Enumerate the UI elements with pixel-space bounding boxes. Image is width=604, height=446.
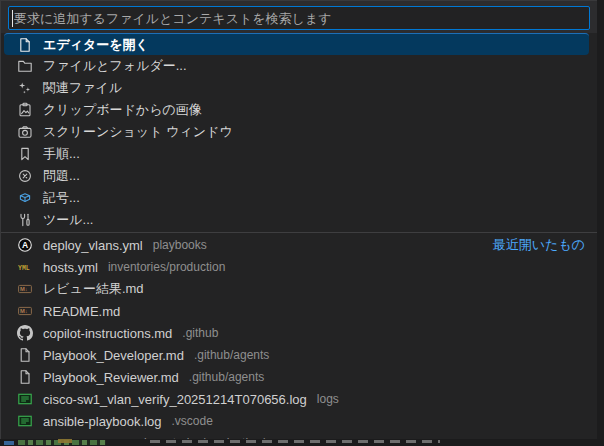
recent-file-item[interactable]: copilot-instructions.md.github — [1, 322, 597, 344]
markdown-icon: M↓ — [17, 281, 33, 297]
camera-icon — [17, 124, 33, 140]
command-label: 問題... — [43, 167, 80, 185]
command-item[interactable]: エディターを開く — [4, 33, 589, 55]
command-label: 記号... — [43, 189, 80, 207]
file-path: inventories/production — [108, 260, 225, 274]
command-label: スクリーンショット ウィンドウ — [43, 123, 233, 141]
background-text-fragment — [58, 439, 72, 443]
command-label: ツール... — [43, 211, 93, 229]
recent-file-item[interactable]: M↓レビュー結果.md — [1, 278, 597, 300]
file-name: Playbook_Developer.md — [43, 348, 184, 363]
command-label: エディターを開く — [43, 36, 149, 54]
log-icon — [17, 391, 33, 407]
svg-text:M↓: M↓ — [20, 286, 28, 292]
command-item[interactable]: 記号... — [1, 187, 597, 209]
file-name: Playbook_Reviewer.md — [43, 370, 179, 385]
recent-file-item[interactable]: cisco-sw1_vlan_verify_20251214T070656.lo… — [1, 388, 597, 410]
command-item[interactable]: スクリーンショット ウィンドウ — [1, 121, 597, 143]
search-box — [1, 1, 597, 33]
recent-file-item[interactable]: M↓README.md — [1, 300, 597, 322]
recent-file-item[interactable]: Adeploy_vlans.ymlplaybooks最近開いたもの — [1, 234, 597, 256]
github-icon — [17, 325, 33, 341]
search-input[interactable] — [8, 6, 590, 30]
command-label: ファイルとフォルダー... — [43, 57, 187, 75]
recent-file-item[interactable]: Playbook_Developer.md.github/agents — [1, 344, 597, 366]
command-item[interactable]: ファイルとフォルダー... — [1, 55, 597, 77]
ansible-icon: A — [17, 237, 33, 253]
recent-files-list: Adeploy_vlans.ymlplaybooks最近開いたものYMLhost… — [1, 234, 597, 439]
recent-file-item[interactable]: YMLhosts.ymlinventories/production — [1, 256, 597, 278]
background-text-fragment — [4, 441, 14, 445]
command-item[interactable]: クリップボードからの画像 — [1, 99, 597, 121]
log-icon — [17, 413, 33, 429]
quick-pick-widget: エディターを開くファイルとフォルダー...関連ファイルクリップボードからの画像ス… — [0, 0, 597, 439]
sparkle-icon — [17, 80, 33, 96]
bookmark-icon — [17, 146, 33, 162]
command-item[interactable]: 問題... — [1, 165, 597, 187]
command-label: クリップボードからの画像 — [43, 101, 202, 119]
file-icon — [17, 369, 33, 385]
file-path: playbooks — [153, 238, 207, 252]
command-item[interactable]: 関連ファイル — [1, 77, 597, 99]
issue-icon — [17, 168, 33, 184]
file-name: deploy_vlans.yml — [43, 238, 143, 253]
file-path: .github/agents — [189, 370, 264, 384]
recent-file-item[interactable]: YMLcisco_iosxe.ymlinventories/production… — [1, 432, 597, 439]
recent-file-item[interactable]: Playbook_Reviewer.md.github/agents — [1, 366, 597, 388]
recent-file-item[interactable]: ansible-playbook.log.vscode — [1, 410, 597, 432]
command-list: エディターを開くファイルとフォルダー...関連ファイルクリップボードからの画像ス… — [1, 33, 597, 231]
recent-separator-label: 最近開いたもの — [493, 236, 585, 254]
symbol-box-icon — [17, 190, 33, 206]
background-text-fragment — [150, 440, 440, 443]
command-label: 関連ファイル — [43, 79, 122, 97]
text-caret — [12, 10, 13, 27]
clipboard-image-icon — [17, 102, 33, 118]
file-name: cisco-sw1_vlan_verify_20251214T070656.lo… — [43, 392, 307, 407]
file-path: .vscode — [172, 414, 213, 428]
command-item[interactable]: 手順... — [1, 143, 597, 165]
file-name: hosts.yml — [43, 260, 98, 275]
svg-text:YML: YML — [18, 265, 30, 272]
file-name: レビュー結果.md — [43, 280, 144, 298]
folder-icon — [17, 58, 33, 74]
group-separator — [1, 232, 597, 233]
file-path: logs — [317, 392, 339, 406]
file-path: .github/agents — [194, 348, 269, 362]
new-file-icon — [17, 37, 33, 53]
file-name: ansible-playbook.log — [43, 414, 162, 429]
svg-text:A: A — [22, 240, 28, 250]
file-icon — [17, 347, 33, 363]
file-path: .github — [182, 326, 218, 340]
file-name: copilot-instructions.md — [43, 326, 172, 341]
command-label: 手順... — [43, 145, 80, 163]
file-name: README.md — [43, 304, 120, 319]
tools-icon — [17, 212, 33, 228]
markdown-icon: M↓ — [17, 303, 33, 319]
yaml-icon: YML — [17, 259, 33, 275]
svg-text:M↓: M↓ — [20, 308, 28, 314]
command-item[interactable]: ツール... — [1, 209, 597, 231]
background-editor-strip — [0, 439, 604, 446]
